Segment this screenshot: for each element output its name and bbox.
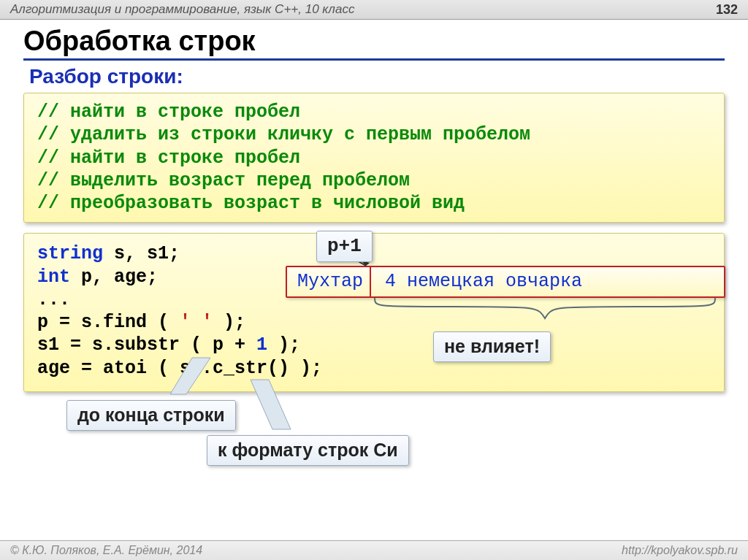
- example-string-box: Мухтар 4 немецкая овчарка: [286, 266, 725, 297]
- keyword: int: [37, 266, 70, 288]
- section-subtitle: Разбор строки:: [29, 65, 725, 88]
- keyword: string: [37, 243, 103, 264]
- example-part-a: Мухтар: [297, 271, 363, 292]
- page-number: 132: [716, 2, 738, 18]
- footer-bar: © К.Ю. Поляков, Е.А. Ерёмин, 2014 http:/…: [0, 540, 748, 560]
- code-comment: // удалить из строки кличку с первым про…: [37, 123, 711, 146]
- number-literal: 1: [256, 334, 267, 356]
- code-line: s1 = s.substr ( p + 1 );: [37, 334, 711, 356]
- code-comment: // найти в строке пробел: [37, 147, 711, 169]
- breadcrumb: Алгоритмизация и программирование, язык …: [10, 2, 354, 17]
- svg-marker-1: [251, 380, 291, 429]
- code-text: s1 = s.substr ( p +: [37, 334, 256, 356]
- svg-marker-0: [170, 358, 210, 394]
- footer-copyright: © К.Ю. Поляков, Е.А. Ерёмин, 2014: [10, 544, 202, 557]
- callout-substr: до конца строки: [66, 400, 236, 430]
- separator-line: [370, 267, 371, 296]
- example-part-b: 4 немецкая овчарка: [385, 271, 582, 292]
- code-text: );: [267, 334, 300, 356]
- callout-cstr: к формату строк Си: [207, 435, 409, 465]
- code-text: p = s.find (: [37, 312, 180, 333]
- code-text: );: [213, 312, 245, 333]
- code-comment: // преобразовать возраст в числовой вид: [37, 192, 711, 215]
- page-title: Обработка строк: [23, 26, 725, 61]
- label-p-plus-1: p+1: [316, 231, 373, 262]
- string-literal: ' ': [180, 312, 213, 333]
- label-no-effect: не влияет!: [433, 331, 551, 361]
- curly-brace-icon: [373, 296, 717, 323]
- footer-url: http://kpolyakov.spb.ru: [622, 544, 738, 557]
- code-comment: // найти в строке пробел: [37, 101, 711, 123]
- header-bar: Алгоритмизация и программирование, язык …: [0, 0, 748, 20]
- code-text: p, age;: [70, 266, 158, 288]
- code-line: age = atoi ( s1.c_str() );: [37, 357, 711, 380]
- slide-content: Обработка строк Разбор строки: // найти …: [0, 20, 748, 392]
- code-text: s, s1;: [103, 243, 180, 264]
- code-block: string s, s1; int p, age; ... p = s.find…: [23, 233, 725, 392]
- code-comment: // выделить возраст перед пробелом: [37, 169, 711, 192]
- pointer-arrow-icon: [251, 380, 316, 438]
- comments-block: // найти в строке пробел // удалить из с…: [23, 93, 725, 223]
